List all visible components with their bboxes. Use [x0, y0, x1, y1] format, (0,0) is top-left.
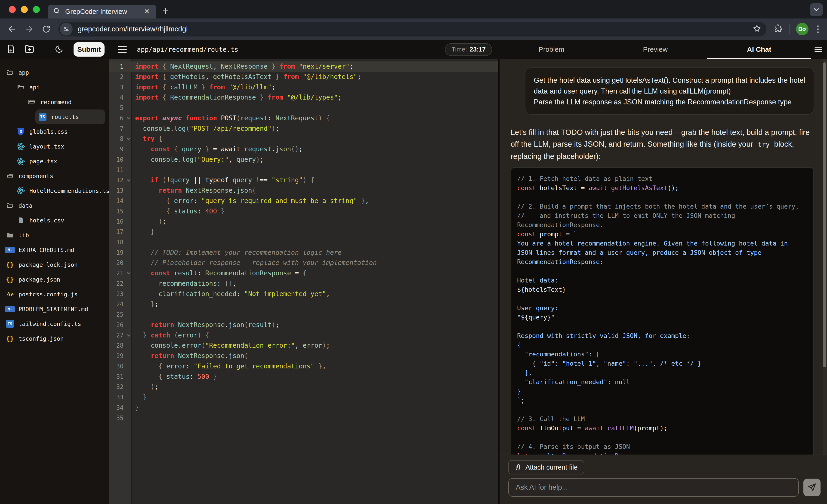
extensions-puzzle-icon[interactable] [773, 24, 783, 34]
code-line[interactable]: 23 clarification_needed: "Not implemente… [109, 289, 498, 299]
fold-chevron-icon[interactable] [127, 137, 130, 140]
url-text[interactable]: grepcoder.com/interview/rhjllmcdgi [78, 25, 747, 33]
code-line-text: clarification_needed: "Not implemented y… [131, 289, 330, 299]
code-line[interactable]: 5 [109, 103, 498, 113]
code-line[interactable]: 11 [109, 165, 498, 175]
code-line[interactable]: 30 { error: "Failed to get recommendatio… [109, 361, 498, 372]
minimize-window-button[interactable] [21, 6, 28, 13]
file-tree-item[interactable]: {}package.json [3, 272, 105, 287]
chat-scrollbar[interactable] [823, 59, 827, 455]
code-line[interactable]: 14 { error: "query is required and must … [109, 196, 498, 206]
code-line[interactable]: 28 console.error("Recommendation error:"… [109, 340, 498, 351]
close-window-button[interactable] [9, 6, 16, 13]
fold-chevron-icon[interactable] [127, 333, 130, 337]
line-number: 14 [109, 196, 131, 206]
new-file-button[interactable] [6, 44, 16, 55]
file-tree-item[interactable]: components [3, 169, 105, 183]
editor-menu-icon[interactable] [118, 46, 127, 53]
code-line[interactable]: 26 return NextResponse.json(result); [109, 320, 498, 330]
code-line[interactable]: 12 if (!query || typeof query !== "strin… [109, 175, 498, 185]
file-tree-item[interactable]: recommend [25, 95, 105, 109]
code-line-text: console.log("POST /api/recommend"); [131, 124, 279, 134]
back-button[interactable] [7, 24, 17, 34]
tab-preview[interactable]: Preview [603, 40, 707, 59]
file-tree-item[interactable]: hotels.csv [14, 213, 105, 228]
code-editor[interactable]: 1import { NextRequest, NextResponse } fr… [109, 59, 499, 504]
reload-button[interactable] [41, 24, 51, 34]
new-tab-button[interactable]: + [156, 4, 175, 18]
file-tree-item[interactable]: layout.tsx [14, 139, 105, 154]
file-tree-item[interactable]: {}tsconfig.json [3, 331, 105, 346]
tab-ai-chat[interactable]: AI Chat [707, 40, 811, 59]
paper-plane-icon [807, 483, 817, 492]
address-bar[interactable]: grepcoder.com/interview/rhjllmcdgi [58, 22, 766, 37]
attach-current-file-button[interactable]: Attach current file [508, 460, 584, 474]
file-tree-item[interactable]: app [3, 65, 105, 80]
file-tree-item[interactable]: 3globals.css [14, 124, 105, 139]
code-line[interactable]: 18 [109, 237, 498, 247]
file-tree-item[interactable]: lib [3, 228, 105, 242]
ask-ai-input[interactable] [508, 478, 799, 497]
code-line[interactable]: 3import { callLLM } from "@/lib/llm"; [109, 82, 498, 93]
code-line-text [131, 103, 135, 113]
fold-chevron-icon[interactable] [127, 271, 130, 274]
site-settings-icon[interactable] [60, 23, 72, 36]
code-line[interactable]: 10 console.log("Query:", query); [109, 155, 498, 165]
code-line[interactable]: 15 { status: 400 } [109, 206, 498, 217]
code-line[interactable]: 17 } [109, 227, 498, 237]
file-tree-item[interactable]: HotelRecommendations.tsx [14, 183, 105, 198]
timer-label: Time: [451, 46, 467, 53]
fold-chevron-icon[interactable] [127, 178, 130, 181]
code-line[interactable]: 21 const result: RecommendationResponse … [109, 268, 498, 279]
file-tree-item[interactable]: page.tsx [14, 154, 105, 169]
file-tree-item[interactable]: TStailwind.config.ts [3, 317, 105, 331]
browser-menu-icon[interactable] [815, 25, 821, 33]
dark-mode-toggle[interactable] [55, 44, 64, 55]
code-line[interactable]: 13 return NextResponse.json( [109, 185, 498, 196]
tab-problem[interactable]: Problem [499, 40, 603, 59]
file-tree-item[interactable]: {}package-lock.json [3, 257, 105, 272]
code-line[interactable]: 27 } catch (error) { [109, 330, 498, 341]
code-line[interactable]: 1import { NextRequest, NextResponse } fr… [109, 61, 498, 72]
chat-scrollbar-thumb[interactable] [823, 62, 826, 367]
send-button[interactable] [804, 479, 821, 496]
file-tree-item[interactable]: M↓PROBLEM_STATEMENT.md [3, 302, 105, 317]
code-line[interactable]: 24 }; [109, 299, 498, 310]
code-line[interactable]: 31 { status: 500 } [109, 372, 498, 382]
chevron-down-icon [813, 6, 820, 14]
file-tree-item[interactable]: Aepostcss.config.js [3, 287, 105, 302]
browser-tab[interactable]: GrepCoder Interview ✕ [48, 5, 156, 18]
maximize-window-button[interactable] [33, 6, 40, 13]
code-line[interactable]: 16 ); [109, 216, 498, 227]
file-tree-item[interactable]: api [14, 80, 105, 95]
file-tree-item[interactable]: M↓EXTRA_CREDITS.md [3, 242, 105, 257]
new-folder-button[interactable] [24, 44, 35, 55]
submit-button[interactable]: Submit [74, 42, 104, 57]
bookmark-star-icon[interactable] [752, 24, 761, 34]
code-line[interactable]: 19 // TODO: Implement your recommendatio… [109, 247, 498, 258]
fold-chevron-icon[interactable] [127, 116, 130, 119]
line-number: 18 [109, 237, 131, 247]
code-line[interactable]: 32 ); [109, 382, 498, 392]
code-line[interactable]: 9 const { query } = await request.json()… [109, 144, 498, 155]
file-tree-item[interactable]: TSroute.ts [35, 109, 105, 124]
profile-avatar[interactable]: Bơ [796, 23, 809, 35]
code-line[interactable]: 20 // Placeholder response – replace wit… [109, 258, 498, 268]
tab-search-button[interactable] [810, 3, 823, 16]
code-line[interactable]: 22 recommendations: [], [109, 279, 498, 289]
panel-menu-icon[interactable] [815, 45, 822, 54]
code-line[interactable]: 2import { getHotels, getHotelsAsText } f… [109, 72, 498, 82]
forward-button[interactable] [24, 24, 34, 34]
code-line[interactable]: 33 } [109, 392, 498, 403]
tab-close-icon[interactable]: ✕ [143, 8, 151, 15]
code-line[interactable]: 29 return NextResponse.json( [109, 351, 498, 361]
md-icon: M↓ [6, 247, 14, 253]
code-line[interactable]: 34} [109, 403, 498, 413]
file-tree-item[interactable]: data [3, 198, 105, 213]
code-line[interactable]: 6export async function POST(request: Nex… [109, 113, 498, 124]
code-line[interactable]: 8 try { [109, 134, 498, 144]
code-line[interactable]: 25 [109, 310, 498, 320]
code-line[interactable]: 4import { RecommendationResponse } from … [109, 93, 498, 103]
code-line[interactable]: 7 console.log("POST /api/recommend"); [109, 124, 498, 134]
code-line[interactable]: 35 [109, 413, 498, 424]
